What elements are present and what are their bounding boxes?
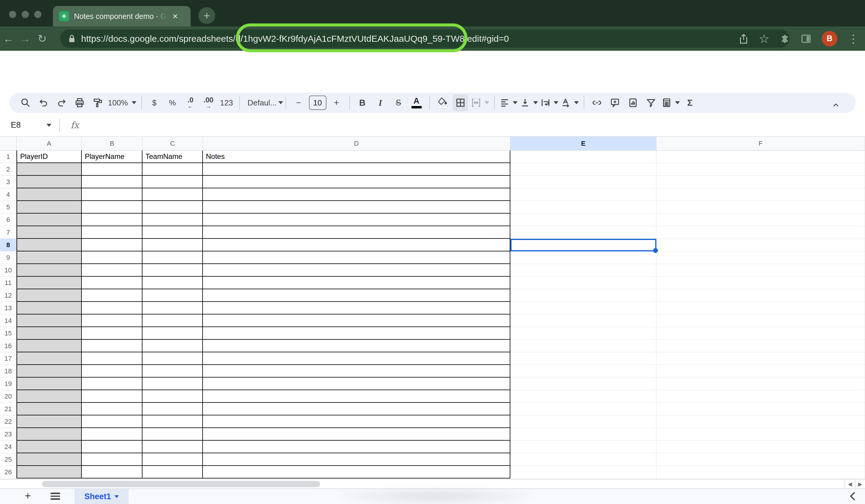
cell-B14[interactable]: [82, 315, 142, 327]
cell-D15[interactable]: [203, 327, 510, 340]
row-header-1[interactable]: 1: [0, 151, 16, 163]
cell-D20[interactable]: [203, 390, 510, 403]
cell-D12[interactable]: [203, 289, 510, 302]
cell-E16[interactable]: [510, 340, 656, 352]
cell-F13[interactable]: [656, 302, 865, 315]
cell-D10[interactable]: [203, 264, 510, 277]
cell-A1[interactable]: PlayerID: [16, 151, 82, 163]
borders-button[interactable]: [453, 94, 468, 111]
cell-D4[interactable]: [203, 188, 510, 201]
cell-D18[interactable]: [203, 365, 510, 377]
cell-A13[interactable]: [16, 302, 82, 315]
cell-C26[interactable]: [142, 466, 203, 479]
cell-D8[interactable]: [203, 239, 510, 251]
format-currency-button[interactable]: $: [147, 94, 162, 111]
format-percent-button[interactable]: %: [165, 94, 180, 111]
cell-B7[interactable]: [82, 226, 142, 239]
fill-color-button[interactable]: [435, 94, 450, 111]
cell-A16[interactable]: [16, 340, 82, 352]
select-all-corner[interactable]: [0, 137, 16, 151]
cell-D11[interactable]: [203, 277, 510, 289]
increase-decimals-button[interactable]: .00→: [201, 94, 216, 111]
column-header-F[interactable]: F: [656, 137, 865, 151]
cell-D25[interactable]: [203, 453, 510, 466]
cell-B6[interactable]: [82, 213, 142, 226]
cell-B8[interactable]: [82, 239, 142, 251]
cell-C25[interactable]: [142, 453, 203, 466]
back-icon[interactable]: ←: [0, 33, 17, 45]
cell-A5[interactable]: [16, 201, 82, 213]
cell-A7[interactable]: [16, 226, 82, 239]
paint-format-icon[interactable]: [90, 94, 105, 111]
cell-E7[interactable]: [510, 226, 656, 239]
cell-E24[interactable]: [510, 441, 656, 453]
cell-B15[interactable]: [82, 327, 142, 340]
insert-chart-icon[interactable]: [625, 94, 641, 111]
cell-E3[interactable]: [510, 176, 656, 188]
cell-D3[interactable]: [203, 176, 510, 188]
cell-F5[interactable]: [656, 201, 865, 213]
cell-E26[interactable]: [510, 466, 656, 479]
cell-C1[interactable]: TeamName: [142, 151, 203, 163]
cell-D24[interactable]: [203, 441, 510, 453]
cell-A22[interactable]: [16, 415, 82, 428]
cell-D22[interactable]: [203, 415, 510, 428]
column-header-B[interactable]: B: [82, 137, 142, 151]
add-sheet-button[interactable]: +: [25, 490, 31, 502]
cell-B4[interactable]: [82, 188, 142, 201]
vertical-align-button[interactable]: [520, 94, 538, 111]
cell-E6[interactable]: [510, 213, 656, 226]
cell-E23[interactable]: [510, 428, 656, 441]
cell-F1[interactable]: [656, 151, 865, 163]
cell-E22[interactable]: [510, 415, 656, 428]
cell-B5[interactable]: [82, 201, 142, 213]
cell-A2[interactable]: [16, 163, 82, 176]
window-minimize-dot[interactable]: [22, 11, 29, 18]
row-header-7[interactable]: 7: [0, 226, 16, 239]
cell-E10[interactable]: [510, 264, 656, 277]
merge-cells-button[interactable]: [471, 94, 489, 111]
cell-C20[interactable]: [142, 390, 203, 403]
cell-D21[interactable]: [203, 403, 510, 415]
cell-E9[interactable]: [510, 251, 656, 264]
insert-link-icon[interactable]: [589, 94, 605, 111]
row-header-11[interactable]: 11: [0, 277, 16, 289]
decrease-decimals-button[interactable]: .0←: [183, 94, 198, 111]
font-size-input[interactable]: 10: [309, 95, 326, 110]
cell-A4[interactable]: [16, 188, 82, 201]
cell-A18[interactable]: [16, 365, 82, 377]
cell-A15[interactable]: [16, 327, 82, 340]
cell-B11[interactable]: [82, 277, 142, 289]
extensions-puzzle-icon[interactable]: [780, 33, 791, 44]
redo-icon[interactable]: [54, 94, 69, 111]
strikethrough-button[interactable]: S: [391, 94, 406, 111]
formula-input[interactable]: [79, 114, 865, 136]
cell-A14[interactable]: [16, 315, 82, 327]
cell-E13[interactable]: [510, 302, 656, 315]
cell-E19[interactable]: [510, 377, 656, 390]
cell-B18[interactable]: [82, 365, 142, 377]
cell-B3[interactable]: [82, 176, 142, 188]
cell-A8[interactable]: [16, 239, 82, 251]
search-menus-icon[interactable]: [18, 94, 33, 111]
cell-B13[interactable]: [82, 302, 142, 315]
cell-F25[interactable]: [656, 453, 865, 466]
browser-tab[interactable]: + Notes component demo - Goo ×: [53, 6, 191, 26]
horizontal-align-button[interactable]: [499, 94, 518, 111]
cell-F11[interactable]: [656, 277, 865, 289]
number-format-button[interactable]: 123: [219, 94, 234, 111]
italic-button[interactable]: I: [373, 94, 388, 111]
cell-C21[interactable]: [142, 403, 203, 415]
horizontal-scrollbar-thumb[interactable]: [42, 481, 320, 487]
cell-C15[interactable]: [142, 327, 203, 340]
row-header-10[interactable]: 10: [0, 264, 16, 277]
cell-B24[interactable]: [82, 441, 142, 453]
cell-B16[interactable]: [82, 340, 142, 352]
cell-C22[interactable]: [142, 415, 203, 428]
cell-C3[interactable]: [142, 176, 203, 188]
cell-C17[interactable]: [142, 352, 203, 365]
cell-F9[interactable]: [656, 251, 865, 264]
cell-F20[interactable]: [656, 390, 865, 403]
cell-F4[interactable]: [656, 188, 865, 201]
row-header-24[interactable]: 24: [0, 441, 16, 453]
